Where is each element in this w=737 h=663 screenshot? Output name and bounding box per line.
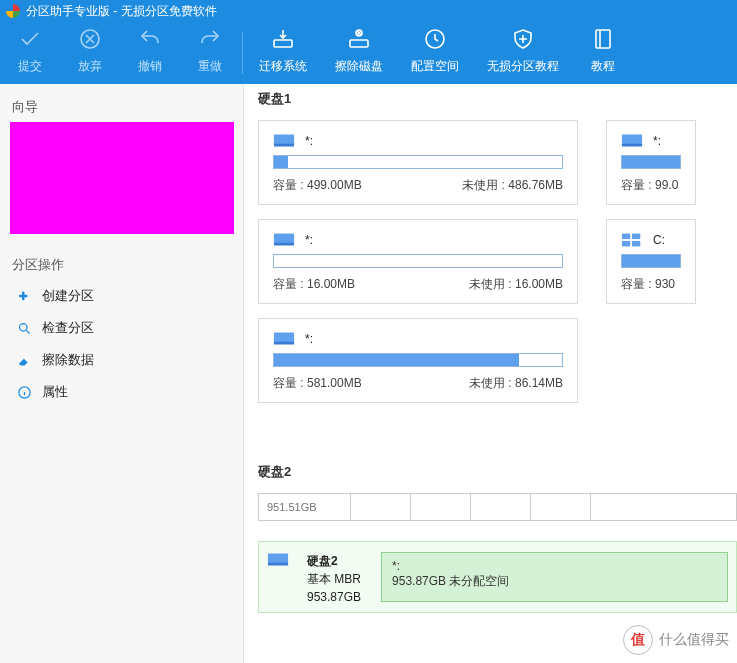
disk2-bar[interactable]: 951.51GB <box>258 493 737 521</box>
space-button[interactable]: 配置空间 <box>397 22 473 84</box>
disk2-name: 硬盘2 <box>307 554 338 568</box>
drive-icon <box>273 331 295 347</box>
discard-button: 放弃 <box>60 22 120 84</box>
promo-panel[interactable] <box>10 122 234 234</box>
disk2-type: 基本 MBR <box>307 572 361 586</box>
tool-label: 放弃 <box>78 58 102 75</box>
op-label: 检查分区 <box>42 319 94 337</box>
partition-card[interactable]: *: 容量 : 499.00MB未使用 : 486.76MB <box>258 120 578 205</box>
op-label: 属性 <box>42 383 68 401</box>
op-props[interactable]: 属性 <box>10 376 233 408</box>
commit-button: 提交 <box>0 22 60 84</box>
wipe-button[interactable]: 擦除磁盘 <box>321 22 397 84</box>
partition-label: *: <box>305 233 313 247</box>
redo-icon <box>197 26 223 52</box>
usage-bar <box>621 155 681 169</box>
tool-label: 提交 <box>18 58 42 75</box>
partition-label: *: <box>305 134 313 148</box>
partition-card[interactable]: *: 容量 : 16.00MB未使用 : 16.00MB <box>258 219 578 304</box>
shield-icon <box>510 26 536 52</box>
tool-label: 擦除磁盘 <box>335 58 383 75</box>
drive-arrow-icon <box>270 26 296 52</box>
watermark-icon: 值 <box>623 625 653 655</box>
puzzle-icon <box>16 288 32 304</box>
toolbar: 提交放弃撤销重做迁移系统擦除磁盘配置空间无损分区教程教程 <box>0 22 737 84</box>
op-create[interactable]: 创建分区 <box>10 280 233 312</box>
op-label: 创建分区 <box>42 287 94 305</box>
xcircle-icon <box>77 26 103 52</box>
sidebar: 向导 分区操作 创建分区检查分区擦除数据属性 <box>0 84 244 663</box>
tutorial-button[interactable]: 无损分区教程 <box>473 22 573 84</box>
drive-icon <box>621 133 643 149</box>
help-button[interactable]: 教程 <box>573 22 633 84</box>
undo-button: 撤销 <box>120 22 180 84</box>
erase-icon <box>346 26 372 52</box>
partition-label: C: <box>653 233 665 247</box>
op-erase[interactable]: 擦除数据 <box>10 344 233 376</box>
op-label: 擦除数据 <box>42 351 94 369</box>
partition-card[interactable]: C: 容量 : 930 <box>606 219 696 304</box>
op-check[interactable]: 检查分区 <box>10 312 233 344</box>
usage-bar <box>273 254 563 268</box>
drive-icon <box>273 133 295 149</box>
redo-button: 重做 <box>180 22 240 84</box>
tool-label: 教程 <box>591 58 615 75</box>
eraser-icon <box>16 352 32 368</box>
ops-heading: 分区操作 <box>12 256 231 274</box>
disk2-unallocated[interactable]: *: 953.87GB 未分配空间 <box>381 552 728 602</box>
book-icon <box>590 26 616 52</box>
undo-icon <box>137 26 163 52</box>
content-area: 硬盘1 *: 容量 : 499.00MB未使用 : 486.76MB *: 容量… <box>244 84 737 663</box>
tool-label: 迁移系统 <box>259 58 307 75</box>
app-logo-icon <box>6 4 20 18</box>
drive-icon <box>267 552 289 568</box>
wizard-heading: 向导 <box>12 98 231 116</box>
disk2-size: 953.87GB <box>307 590 361 604</box>
disk2-title: 硬盘2 <box>258 463 737 481</box>
partition-label: *: <box>305 332 313 346</box>
drive-icon <box>273 232 295 248</box>
disk2-row[interactable]: 硬盘2 基本 MBR 953.87GB *: 953.87GB 未分配空间 <box>258 541 737 613</box>
disk1-title: 硬盘1 <box>258 90 737 108</box>
tool-label: 撤销 <box>138 58 162 75</box>
search-icon <box>16 320 32 336</box>
usage-bar <box>273 353 563 367</box>
tool-label: 无损分区教程 <box>487 58 559 75</box>
partition-label: *: <box>653 134 661 148</box>
tool-label: 配置空间 <box>411 58 459 75</box>
partition-card[interactable]: *: 容量 : 99.0 <box>606 120 696 205</box>
window-title: 分区助手专业版 - 无损分区免费软件 <box>26 3 217 20</box>
tool-label: 重做 <box>198 58 222 75</box>
info-icon <box>16 384 32 400</box>
usage-bar <box>621 254 681 268</box>
migrate-button[interactable]: 迁移系统 <box>245 22 321 84</box>
watermark: 值 什么值得买 <box>623 625 729 655</box>
check-icon <box>17 26 43 52</box>
usage-bar <box>273 155 563 169</box>
watermark-text: 什么值得买 <box>659 631 729 649</box>
partition-card[interactable]: *: 容量 : 581.00MB未使用 : 86.14MB <box>258 318 578 403</box>
win-icon <box>621 232 643 248</box>
disk2-bar-segment[interactable]: 951.51GB <box>259 494 351 520</box>
clock-icon <box>422 26 448 52</box>
title-bar: 分区助手专业版 - 无损分区免费软件 <box>0 0 737 22</box>
